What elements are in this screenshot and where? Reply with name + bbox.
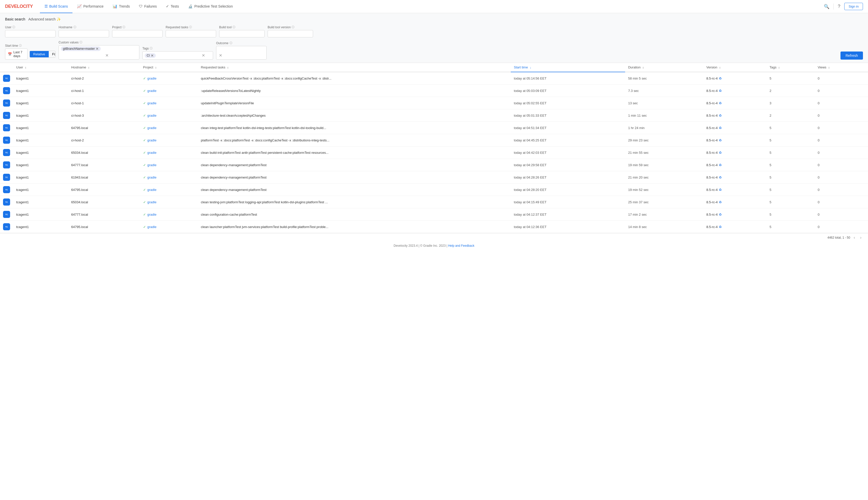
project-link[interactable]: gradle [148, 114, 157, 117]
col-version[interactable]: Version ↕ [703, 63, 766, 72]
project-link[interactable]: gradle [148, 163, 157, 167]
project-cell[interactable]: ✓gradle [140, 109, 198, 122]
recycle-icon[interactable]: ♻ [719, 175, 722, 179]
project-link[interactable]: gradle [148, 151, 157, 155]
prev-page-button[interactable]: ‹ [852, 235, 856, 240]
project-link[interactable]: gradle [148, 225, 157, 229]
project-cell[interactable]: ✓gradle [140, 184, 198, 196]
project-link[interactable]: gradle [148, 77, 157, 80]
hostname-info-icon[interactable]: ⓘ [73, 25, 76, 29]
hostname-input[interactable] [59, 30, 109, 37]
requested-tasks-cell[interactable]: :updateReleasedVersionsToLatestNightly [198, 84, 511, 97]
project-cell[interactable]: ✓gradle [140, 147, 198, 159]
build-tool-info-icon[interactable]: ⓘ [232, 25, 235, 29]
outcome-input[interactable]: ✕ [216, 46, 267, 60]
outcome-info-icon[interactable]: ⓘ [230, 41, 232, 45]
search-button[interactable]: 🔍 [823, 3, 830, 10]
requested-tasks-cell[interactable]: clean build-init:platformTest antlr:plat… [198, 147, 511, 159]
table-row[interactable]: TCtcagent1ci-host-1✓gradleupdateInitPlug… [0, 97, 868, 109]
requested-tasks-cell[interactable]: clean dependency-management:platformTest [198, 184, 511, 196]
requested-tasks-cell[interactable]: clean configuration-cache:platformTest [198, 208, 511, 221]
col-tags[interactable]: Tags ↕ [766, 63, 815, 72]
project-cell[interactable]: ✓gradle [140, 134, 198, 147]
table-row[interactable]: TCtcagent161943.local✓gradleclean depend… [0, 171, 868, 184]
custom-info-icon[interactable]: ⓘ [80, 41, 82, 44]
project-link[interactable]: gradle [148, 213, 157, 216]
requested-tasks-cell[interactable]: updateInitPluginTemplateVersionFile [198, 97, 511, 109]
table-row[interactable]: TCtcagent164795.local✓gradleclean integ-… [0, 122, 868, 134]
help-feedback-link[interactable]: Help and Feedback [448, 244, 474, 248]
fixed-toggle[interactable]: Fixed [49, 51, 56, 57]
project-link[interactable]: gradle [148, 138, 157, 142]
tags-input[interactable]: CI ✕ ✕ [142, 51, 213, 60]
project-cell[interactable]: ✓gradle [140, 84, 198, 97]
outcome-text-input[interactable] [218, 47, 261, 51]
nav-trends[interactable]: 📊 Trends [108, 0, 134, 13]
recycle-icon[interactable]: ♻ [719, 101, 722, 105]
col-views[interactable]: Views ↕ [815, 63, 868, 72]
table-row[interactable]: TCtcagent164777.local✓gradleclean config… [0, 208, 868, 221]
tags-clear-btn[interactable]: ✕ [201, 53, 206, 58]
project-cell[interactable]: ✓gradle [140, 97, 198, 109]
project-link[interactable]: gradle [148, 175, 157, 179]
requested-tasks-cell[interactable]: platformTest -x :docs:platformTest -x :d… [198, 134, 511, 147]
project-info-icon[interactable]: ⓘ [123, 25, 125, 29]
table-row[interactable]: TCtcagent1ci-host-1✓gradle:updateRelease… [0, 84, 868, 97]
logo[interactable]: DEVELOCITY [5, 4, 33, 9]
recycle-icon[interactable]: ♻ [719, 126, 722, 130]
table-row[interactable]: TCtcagent165034.local✓gradleclean testin… [0, 196, 868, 208]
table-row[interactable]: TCtcagent164777.local✓gradleclean depend… [0, 159, 868, 171]
tags-chip-remove[interactable]: ✕ [151, 54, 154, 57]
project-cell[interactable]: ✓gradle [140, 122, 198, 134]
custom-chip-remove[interactable]: ✕ [96, 47, 99, 50]
recycle-icon[interactable]: ♻ [719, 163, 722, 167]
col-duration[interactable]: Duration ↕ [625, 63, 703, 72]
requested-tasks-cell[interactable]: clean dependency-management:platformTest [198, 159, 511, 171]
project-cell[interactable]: ✓gradle [140, 208, 198, 221]
help-button[interactable]: ? [837, 3, 841, 10]
requested-tasks-input[interactable] [166, 30, 216, 37]
project-cell[interactable]: ✓gradle [140, 159, 198, 171]
recycle-icon[interactable]: ♻ [719, 151, 722, 155]
project-input[interactable] [112, 30, 163, 37]
advanced-search-tab[interactable]: Advanced search ✨ [28, 16, 61, 22]
table-row[interactable]: TCtcagent1ci-host-2✓gradlequickFeedbackC… [0, 72, 868, 84]
recycle-icon[interactable]: ♻ [719, 89, 722, 93]
relative-toggle[interactable]: Relative [30, 51, 49, 57]
nav-performance[interactable]: 📈 Performance [72, 0, 108, 13]
recycle-icon[interactable]: ♻ [719, 138, 722, 142]
project-link[interactable]: gradle [148, 101, 157, 105]
col-project[interactable]: Project ↕ [140, 63, 198, 72]
custom-values-input[interactable]: gitBranchName=master ✕ ✕ [59, 45, 139, 60]
table-row[interactable]: TCtcagent1ci-host-2✓gradleplatformTest -… [0, 134, 868, 147]
col-start-time[interactable]: Start time ↓ [511, 63, 625, 72]
project-link[interactable]: gradle [148, 188, 157, 192]
nav-predictive-test[interactable]: 🔬 Predictive Test Selection [184, 0, 237, 13]
tags-info-icon[interactable]: ⓘ [150, 46, 152, 50]
project-cell[interactable]: ✓gradle [140, 72, 198, 84]
tags-text-input[interactable] [157, 54, 200, 57]
requested-tasks-cell[interactable]: clean integ-test:platformTest kotlin-dsl… [198, 122, 511, 134]
col-requested-tasks[interactable]: Requested tasks ↕ [198, 63, 511, 72]
requested-tasks-cell[interactable]: clean launcher:platformTest jvm-services… [198, 221, 511, 233]
recycle-icon[interactable]: ♻ [719, 200, 722, 204]
requested-tasks-cell[interactable]: quickFeedbackCrossVersionTest -x :docs:p… [198, 72, 511, 84]
project-cell[interactable]: ✓gradle [140, 221, 198, 233]
recycle-icon[interactable]: ♻ [719, 213, 722, 216]
next-page-button[interactable]: › [859, 235, 863, 240]
table-row[interactable]: TCtcagent165034.local✓gradleclean build-… [0, 147, 868, 159]
recycle-icon[interactable]: ♻ [719, 77, 722, 80]
refresh-button[interactable]: Refresh [841, 52, 863, 60]
custom-values-text-input[interactable] [61, 54, 103, 57]
table-row[interactable]: TCtcagent1ci-host-3✓gradle:architecture-… [0, 109, 868, 122]
user-input[interactable] [5, 30, 56, 37]
outcome-clear-btn[interactable]: ✕ [218, 53, 223, 58]
nav-build-scans[interactable]: ☰ Build Scans [40, 0, 72, 13]
table-row[interactable]: TCtcagent164795.local✓gradleclean depend… [0, 184, 868, 196]
recycle-icon[interactable]: ♻ [719, 188, 722, 192]
build-tool-version-info-icon[interactable]: ⓘ [292, 25, 294, 29]
recycle-icon[interactable]: ♻ [719, 225, 722, 229]
build-tool-input[interactable] [219, 30, 265, 37]
build-tool-version-input[interactable] [268, 30, 313, 37]
starttime-info-icon[interactable]: ⓘ [19, 44, 22, 47]
